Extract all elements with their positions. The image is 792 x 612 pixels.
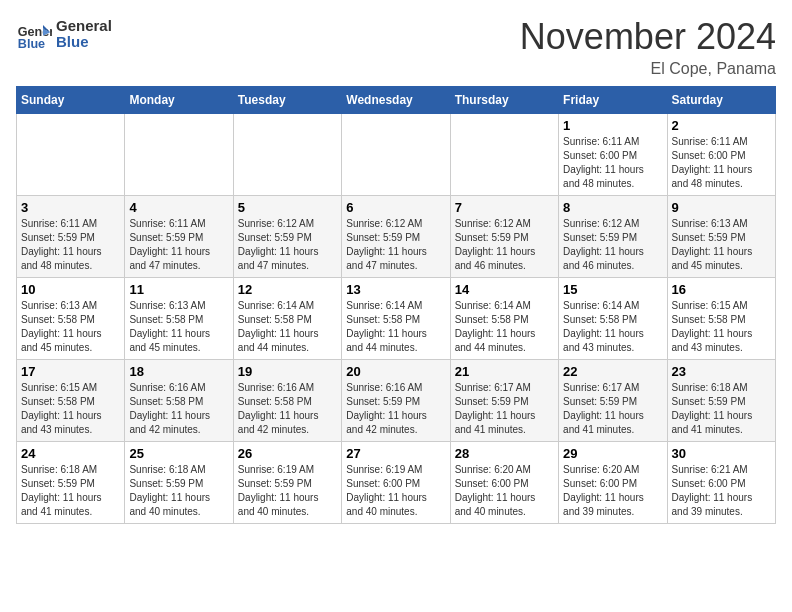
calendar-cell: 2Sunrise: 6:11 AM Sunset: 6:00 PM Daylig… <box>667 114 775 196</box>
calendar-header-row: SundayMondayTuesdayWednesdayThursdayFrid… <box>17 87 776 114</box>
day-info: Sunrise: 6:18 AM Sunset: 5:59 PM Dayligh… <box>672 381 771 437</box>
calendar-cell: 21Sunrise: 6:17 AM Sunset: 5:59 PM Dayli… <box>450 360 558 442</box>
calendar-cell <box>17 114 125 196</box>
day-number: 6 <box>346 200 445 215</box>
day-info: Sunrise: 6:11 AM Sunset: 6:00 PM Dayligh… <box>563 135 662 191</box>
day-number: 22 <box>563 364 662 379</box>
day-info: Sunrise: 6:16 AM Sunset: 5:58 PM Dayligh… <box>238 381 337 437</box>
day-number: 7 <box>455 200 554 215</box>
day-number: 25 <box>129 446 228 461</box>
day-number: 11 <box>129 282 228 297</box>
day-info: Sunrise: 6:11 AM Sunset: 5:59 PM Dayligh… <box>129 217 228 273</box>
logo-blue: Blue <box>56 34 112 51</box>
day-info: Sunrise: 6:15 AM Sunset: 5:58 PM Dayligh… <box>21 381 120 437</box>
day-header-monday: Monday <box>125 87 233 114</box>
day-info: Sunrise: 6:18 AM Sunset: 5:59 PM Dayligh… <box>21 463 120 519</box>
calendar-table: SundayMondayTuesdayWednesdayThursdayFrid… <box>16 86 776 524</box>
calendar-cell: 19Sunrise: 6:16 AM Sunset: 5:58 PM Dayli… <box>233 360 341 442</box>
day-number: 16 <box>672 282 771 297</box>
calendar-week-4: 17Sunrise: 6:15 AM Sunset: 5:58 PM Dayli… <box>17 360 776 442</box>
day-number: 13 <box>346 282 445 297</box>
calendar-cell <box>342 114 450 196</box>
calendar-cell: 1Sunrise: 6:11 AM Sunset: 6:00 PM Daylig… <box>559 114 667 196</box>
day-info: Sunrise: 6:21 AM Sunset: 6:00 PM Dayligh… <box>672 463 771 519</box>
day-number: 5 <box>238 200 337 215</box>
calendar-cell: 20Sunrise: 6:16 AM Sunset: 5:59 PM Dayli… <box>342 360 450 442</box>
day-number: 10 <box>21 282 120 297</box>
day-header-saturday: Saturday <box>667 87 775 114</box>
calendar-cell: 23Sunrise: 6:18 AM Sunset: 5:59 PM Dayli… <box>667 360 775 442</box>
day-info: Sunrise: 6:18 AM Sunset: 5:59 PM Dayligh… <box>129 463 228 519</box>
day-info: Sunrise: 6:16 AM Sunset: 5:58 PM Dayligh… <box>129 381 228 437</box>
calendar-cell: 14Sunrise: 6:14 AM Sunset: 5:58 PM Dayli… <box>450 278 558 360</box>
calendar-cell: 30Sunrise: 6:21 AM Sunset: 6:00 PM Dayli… <box>667 442 775 524</box>
svg-text:Blue: Blue <box>18 37 45 51</box>
day-number: 14 <box>455 282 554 297</box>
day-number: 30 <box>672 446 771 461</box>
day-header-tuesday: Tuesday <box>233 87 341 114</box>
calendar-week-1: 1Sunrise: 6:11 AM Sunset: 6:00 PM Daylig… <box>17 114 776 196</box>
calendar-week-5: 24Sunrise: 6:18 AM Sunset: 5:59 PM Dayli… <box>17 442 776 524</box>
calendar-cell: 29Sunrise: 6:20 AM Sunset: 6:00 PM Dayli… <box>559 442 667 524</box>
day-number: 17 <box>21 364 120 379</box>
calendar-cell <box>233 114 341 196</box>
day-number: 9 <box>672 200 771 215</box>
page-header: General Blue General Blue November 2024 … <box>16 16 776 78</box>
day-number: 12 <box>238 282 337 297</box>
month-title: November 2024 <box>520 16 776 58</box>
calendar-cell <box>125 114 233 196</box>
day-info: Sunrise: 6:14 AM Sunset: 5:58 PM Dayligh… <box>563 299 662 355</box>
calendar-cell: 22Sunrise: 6:17 AM Sunset: 5:59 PM Dayli… <box>559 360 667 442</box>
calendar-cell: 16Sunrise: 6:15 AM Sunset: 5:58 PM Dayli… <box>667 278 775 360</box>
calendar-cell: 26Sunrise: 6:19 AM Sunset: 5:59 PM Dayli… <box>233 442 341 524</box>
day-number: 1 <box>563 118 662 133</box>
day-number: 8 <box>563 200 662 215</box>
day-info: Sunrise: 6:13 AM Sunset: 5:59 PM Dayligh… <box>672 217 771 273</box>
day-header-thursday: Thursday <box>450 87 558 114</box>
calendar-week-3: 10Sunrise: 6:13 AM Sunset: 5:58 PM Dayli… <box>17 278 776 360</box>
day-info: Sunrise: 6:12 AM Sunset: 5:59 PM Dayligh… <box>238 217 337 273</box>
day-number: 26 <box>238 446 337 461</box>
day-info: Sunrise: 6:17 AM Sunset: 5:59 PM Dayligh… <box>455 381 554 437</box>
day-header-friday: Friday <box>559 87 667 114</box>
day-info: Sunrise: 6:14 AM Sunset: 5:58 PM Dayligh… <box>455 299 554 355</box>
day-number: 3 <box>21 200 120 215</box>
day-header-wednesday: Wednesday <box>342 87 450 114</box>
day-info: Sunrise: 6:13 AM Sunset: 5:58 PM Dayligh… <box>21 299 120 355</box>
calendar-cell: 8Sunrise: 6:12 AM Sunset: 5:59 PM Daylig… <box>559 196 667 278</box>
day-number: 18 <box>129 364 228 379</box>
day-number: 21 <box>455 364 554 379</box>
day-info: Sunrise: 6:13 AM Sunset: 5:58 PM Dayligh… <box>129 299 228 355</box>
day-info: Sunrise: 6:12 AM Sunset: 5:59 PM Dayligh… <box>346 217 445 273</box>
calendar-cell: 18Sunrise: 6:16 AM Sunset: 5:58 PM Dayli… <box>125 360 233 442</box>
day-info: Sunrise: 6:14 AM Sunset: 5:58 PM Dayligh… <box>238 299 337 355</box>
day-number: 19 <box>238 364 337 379</box>
calendar-cell: 7Sunrise: 6:12 AM Sunset: 5:59 PM Daylig… <box>450 196 558 278</box>
day-number: 2 <box>672 118 771 133</box>
calendar-cell: 24Sunrise: 6:18 AM Sunset: 5:59 PM Dayli… <box>17 442 125 524</box>
calendar-cell: 27Sunrise: 6:19 AM Sunset: 6:00 PM Dayli… <box>342 442 450 524</box>
title-area: November 2024 El Cope, Panama <box>520 16 776 78</box>
day-number: 29 <box>563 446 662 461</box>
logo: General Blue General Blue <box>16 16 112 52</box>
calendar-cell: 5Sunrise: 6:12 AM Sunset: 5:59 PM Daylig… <box>233 196 341 278</box>
day-info: Sunrise: 6:17 AM Sunset: 5:59 PM Dayligh… <box>563 381 662 437</box>
calendar-cell <box>450 114 558 196</box>
day-info: Sunrise: 6:20 AM Sunset: 6:00 PM Dayligh… <box>455 463 554 519</box>
calendar-cell: 17Sunrise: 6:15 AM Sunset: 5:58 PM Dayli… <box>17 360 125 442</box>
location: El Cope, Panama <box>520 60 776 78</box>
day-header-sunday: Sunday <box>17 87 125 114</box>
calendar-cell: 10Sunrise: 6:13 AM Sunset: 5:58 PM Dayli… <box>17 278 125 360</box>
logo-icon: General Blue <box>16 16 52 52</box>
day-info: Sunrise: 6:19 AM Sunset: 5:59 PM Dayligh… <box>238 463 337 519</box>
day-info: Sunrise: 6:12 AM Sunset: 5:59 PM Dayligh… <box>563 217 662 273</box>
logo-general: General <box>56 18 112 35</box>
calendar-cell: 4Sunrise: 6:11 AM Sunset: 5:59 PM Daylig… <box>125 196 233 278</box>
day-number: 4 <box>129 200 228 215</box>
day-info: Sunrise: 6:16 AM Sunset: 5:59 PM Dayligh… <box>346 381 445 437</box>
day-number: 23 <box>672 364 771 379</box>
day-info: Sunrise: 6:19 AM Sunset: 6:00 PM Dayligh… <box>346 463 445 519</box>
calendar-cell: 28Sunrise: 6:20 AM Sunset: 6:00 PM Dayli… <box>450 442 558 524</box>
calendar-cell: 12Sunrise: 6:14 AM Sunset: 5:58 PM Dayli… <box>233 278 341 360</box>
day-info: Sunrise: 6:15 AM Sunset: 5:58 PM Dayligh… <box>672 299 771 355</box>
